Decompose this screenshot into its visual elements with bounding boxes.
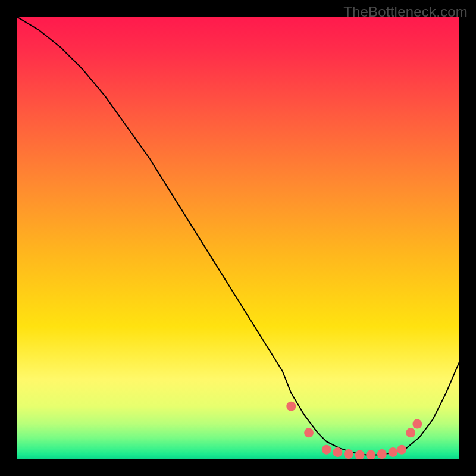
marker-dot [388,447,397,457]
chart-overlay [17,17,459,459]
marker-dot [304,428,314,437]
marker-dot [286,402,296,411]
curve-layer [17,17,459,455]
marker-dot [322,445,331,455]
plot-area [17,17,459,459]
marker-dot [366,450,375,459]
marker-dot [412,419,422,428]
marker-dot [377,449,387,459]
markers-layer [286,402,422,459]
marker-dot [344,449,353,459]
watermark-text: TheBottleneck.com [343,4,468,20]
marker-dot [355,450,365,459]
marker-dot [397,445,406,455]
marker-dot [406,428,415,437]
bottleneck-curve [17,17,459,455]
marker-dot [333,447,342,457]
chart-frame: TheBottleneck.com [0,0,476,476]
